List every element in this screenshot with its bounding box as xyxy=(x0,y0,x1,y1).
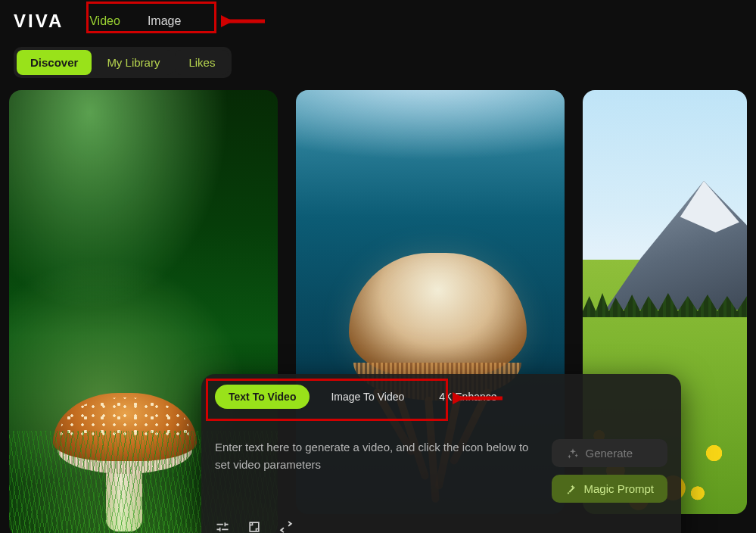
prompt-row: Enter text here to generate a video, and… xyxy=(215,439,667,503)
magic-label: Magic Prompt xyxy=(583,482,654,495)
generate-label: Generate xyxy=(585,447,633,460)
sparkle-icon xyxy=(567,447,579,460)
nav-image[interactable]: Image xyxy=(148,14,181,28)
mode-tabs: Text To Video Image To Video 4K Enhance xyxy=(215,385,667,409)
tab-my-library[interactable]: My Library xyxy=(93,50,173,75)
mountain xyxy=(605,181,747,310)
brand-logo: VIVA xyxy=(14,11,64,32)
mode-4k-enhance[interactable]: 4K Enhance xyxy=(425,385,510,409)
wand-icon xyxy=(565,483,577,495)
swap-icon[interactable] xyxy=(278,519,294,533)
magic-prompt-button[interactable]: Magic Prompt xyxy=(552,475,667,503)
aspect-ratio-icon[interactable] xyxy=(247,519,262,533)
nav-video[interactable]: Video xyxy=(89,14,120,28)
side-buttons: Generate Magic Prompt xyxy=(552,439,667,503)
prompt-input[interactable]: Enter text here to generate a video, and… xyxy=(215,439,538,473)
mode-image-to-video[interactable]: Image To Video xyxy=(317,385,418,409)
sub-tabs: Discover My Library Likes xyxy=(0,38,756,90)
mode-text-to-video[interactable]: Text To Video xyxy=(215,385,310,409)
generate-button[interactable]: Generate xyxy=(552,439,667,467)
header: VIVA Video Image xyxy=(0,0,756,38)
jellyfish-bell xyxy=(349,253,527,378)
prompt-panel: Text To Video Image To Video 4K Enhance … xyxy=(201,374,681,533)
settings-sliders-icon[interactable] xyxy=(215,519,230,533)
sub-tabs-wrap: Discover My Library Likes xyxy=(14,47,232,78)
top-nav: Video Image xyxy=(89,14,181,28)
tab-likes[interactable]: Likes xyxy=(175,50,229,75)
tab-discover[interactable]: Discover xyxy=(17,50,92,75)
tool-icons xyxy=(215,519,667,533)
